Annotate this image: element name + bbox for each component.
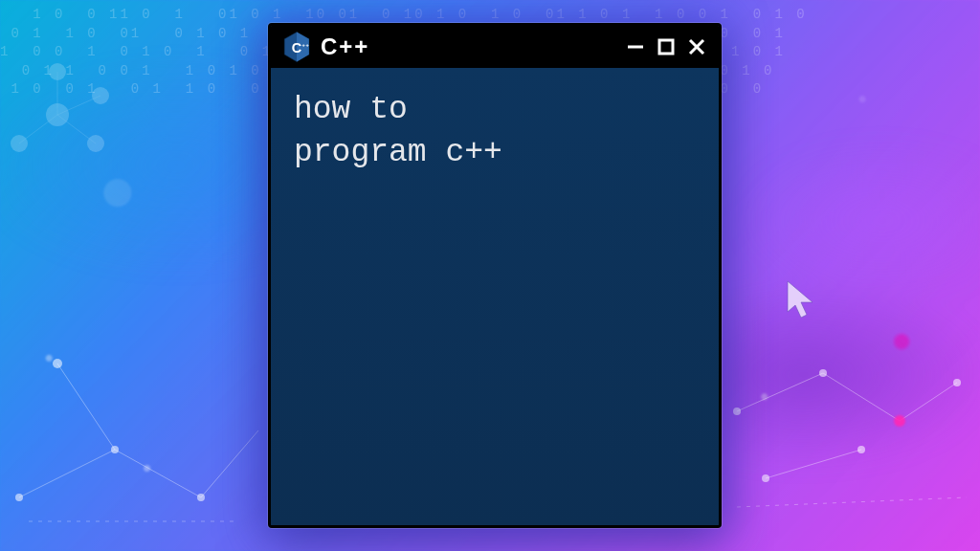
maximize-icon: [657, 37, 676, 56]
mouse-cursor-icon: [785, 279, 817, 321]
window-controls: [625, 36, 707, 57]
close-icon: [687, 37, 706, 56]
close-button[interactable]: [686, 36, 707, 57]
minimize-icon: [626, 37, 645, 56]
svg-text:C: C: [292, 40, 302, 55]
maximize-button[interactable]: [656, 36, 677, 57]
terminal-content[interactable]: how to program c++: [271, 68, 719, 525]
window-title: C++: [321, 33, 369, 60]
svg-rect-35: [659, 40, 673, 54]
terminal-window: C + + C++ how to program c++: [268, 23, 722, 528]
titlebar[interactable]: C + + C++: [271, 26, 719, 68]
cpp-logo-icon: C + +: [282, 31, 311, 63]
minimize-button[interactable]: [625, 36, 646, 57]
